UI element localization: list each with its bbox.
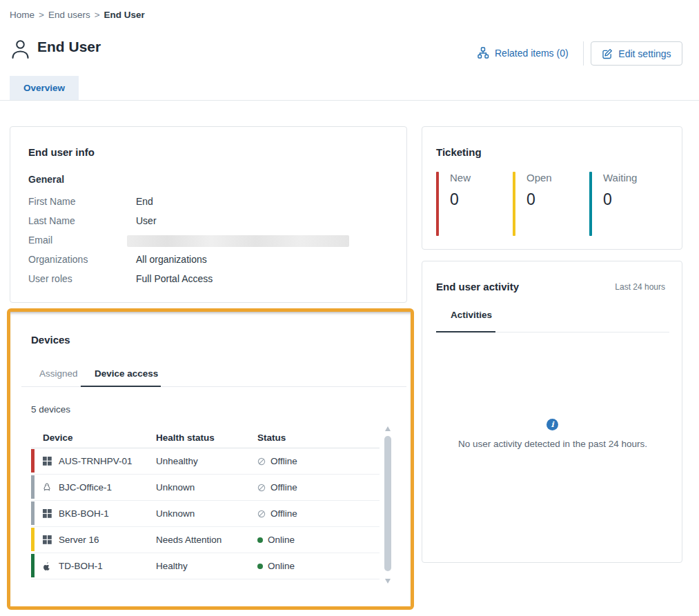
windows-icon — [43, 457, 52, 466]
devices-highlight-border: Devices Assigned Device access 5 devices… — [7, 308, 414, 610]
breadcrumb-current: End User — [104, 10, 145, 20]
column-health-status: Health status — [156, 433, 257, 443]
health-bar — [31, 554, 35, 577]
offline-icon — [257, 484, 266, 492]
health-bar — [31, 528, 35, 551]
stat-label: Waiting — [603, 172, 637, 183]
health-bar — [31, 475, 35, 499]
devices-count: 5 devices — [31, 404, 70, 415]
device-health: Unhealthy — [156, 456, 257, 466]
tab-activities[interactable]: Activities — [451, 310, 492, 320]
ticketing-card: Ticketing New 0 Open 0 Waiting 0 — [422, 126, 682, 250]
online-icon — [257, 537, 263, 543]
online-icon — [257, 564, 263, 569]
scroll-up-arrow-icon[interactable] — [385, 426, 391, 431]
device-status: Online — [268, 535, 295, 545]
general-section-title: General — [28, 174, 64, 185]
device-name: BJC-Office-1 — [59, 482, 112, 493]
field-user-roles: User roles Full Portal Access — [28, 273, 390, 284]
related-items-link[interactable]: Related items (0) — [478, 47, 569, 59]
header-divider — [583, 41, 584, 66]
field-label: Last Name — [28, 215, 136, 226]
offline-icon — [257, 510, 266, 518]
ticket-stat-waiting: Waiting 0 — [589, 172, 637, 236]
field-value: All organizations — [136, 254, 207, 265]
breadcrumb-home[interactable]: Home — [10, 10, 35, 20]
activity-title: End user activity — [436, 281, 519, 292]
windows-icon — [43, 509, 52, 519]
device-name: AUS-TRNHPV-01 — [59, 456, 132, 466]
table-row[interactable]: BKB-BOH-1 Unknown Offline — [31, 501, 380, 527]
device-status: Offline — [270, 456, 297, 466]
column-device: Device — [31, 433, 156, 443]
devices-tabline — [21, 386, 406, 387]
table-row[interactable]: BJC-Office-1 Unknown Offline — [31, 475, 380, 501]
stat-value: 0 — [450, 190, 471, 209]
activity-tab-active-underline — [436, 331, 495, 332]
windows-icon — [43, 535, 52, 545]
offline-icon — [257, 457, 266, 466]
device-name: TD-BOH-1 — [59, 561, 103, 571]
info-icon: i — [547, 419, 558, 430]
ticketing-title: Ticketing — [436, 146, 482, 158]
devices-table: Device Health status Status AUS-TRNHPV-0… — [31, 428, 380, 579]
breadcrumb-separator: > — [95, 10, 100, 20]
field-value: User — [136, 215, 157, 226]
column-status: Status — [257, 433, 368, 443]
end-user-info-title: End user info — [28, 146, 95, 158]
device-health: Needs Attention — [156, 535, 257, 545]
stat-bar-new — [436, 172, 439, 236]
device-health: Healthy — [156, 561, 257, 571]
tab-overview[interactable]: Overview — [10, 76, 79, 100]
field-value: End — [136, 196, 153, 207]
field-email: Email — [28, 235, 390, 247]
devices-table-header: Device Health status Status — [31, 428, 380, 448]
breadcrumb: Home > End users > End User — [10, 10, 145, 20]
stat-label: New — [450, 172, 471, 183]
device-health: Unknown — [156, 482, 257, 493]
scroll-down-arrow-icon[interactable] — [385, 579, 391, 584]
field-label: First Name — [28, 196, 136, 207]
field-organizations: Organizations All organizations — [28, 254, 390, 265]
devices-title: Devices — [31, 334, 70, 346]
field-value: Full Portal Access — [136, 273, 213, 284]
related-items-label: Related items (0) — [495, 48, 569, 59]
table-row[interactable]: TD-BOH-1 Healthy Online — [31, 553, 380, 579]
table-row[interactable]: Server 16 Needs Attention Online — [31, 527, 380, 553]
devices-scrollbar[interactable] — [384, 426, 392, 584]
device-status: Online — [268, 561, 295, 571]
device-name: Server 16 — [59, 535, 99, 545]
linux-icon — [43, 483, 52, 493]
stat-value: 0 — [526, 190, 552, 209]
user-icon — [10, 39, 30, 60]
stat-value: 0 — [603, 190, 637, 209]
field-first-name: First Name End — [28, 196, 390, 207]
activity-period-label: Last 24 hours — [615, 282, 665, 292]
edit-settings-label: Edit settings — [618, 48, 671, 59]
table-row[interactable]: AUS-TRNHPV-01 Unhealthy Offline — [31, 448, 380, 475]
email-redacted-value — [127, 235, 349, 247]
device-status: Offline — [270, 482, 297, 493]
activity-empty-message: No user activity detected in the past 24… — [422, 439, 683, 449]
breadcrumb-end-users[interactable]: End users — [48, 10, 90, 20]
end-user-activity-card: End user activity Last 24 hours Activiti… — [422, 261, 682, 563]
device-status: Offline — [270, 508, 297, 519]
edit-settings-button[interactable]: Edit settings — [591, 41, 682, 66]
field-label: User roles — [28, 273, 136, 284]
tabs-underline — [0, 100, 699, 101]
stat-label: Open — [526, 172, 552, 183]
related-items-icon — [478, 47, 489, 59]
breadcrumb-separator: > — [39, 10, 44, 20]
tab-assigned[interactable]: Assigned — [39, 368, 78, 379]
field-last-name: Last Name User — [28, 215, 390, 226]
page-title: End User — [37, 39, 101, 55]
ticket-stat-open: Open 0 — [513, 172, 552, 236]
health-bar — [31, 501, 35, 525]
end-user-info-card: End user info General First Name End Las… — [10, 126, 407, 303]
field-label: Email — [28, 235, 136, 247]
scrollbar-thumb[interactable] — [384, 436, 391, 571]
stat-bar-waiting — [589, 172, 592, 236]
tab-device-access[interactable]: Device access — [95, 368, 158, 379]
ticket-stat-new: New 0 — [436, 172, 471, 236]
stat-bar-open — [513, 172, 515, 236]
